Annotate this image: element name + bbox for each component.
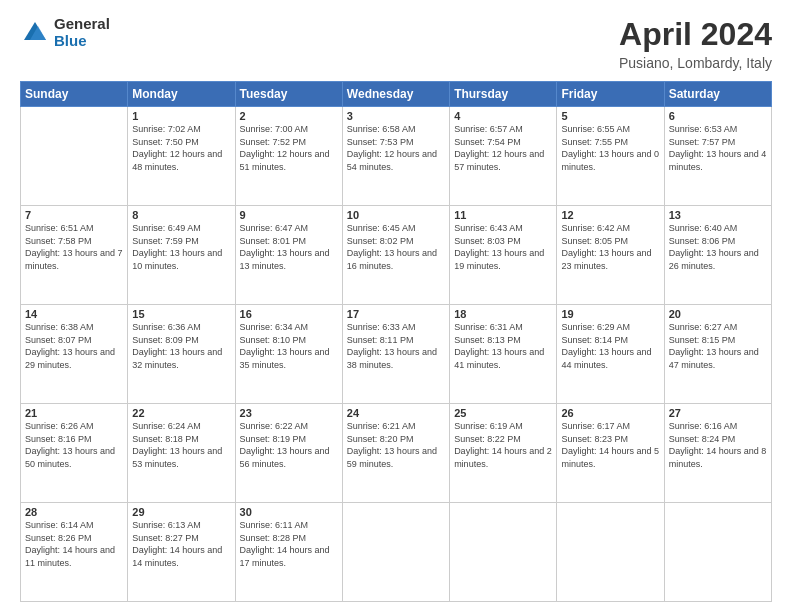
col-wednesday: Wednesday — [342, 82, 449, 107]
day-number: 29 — [132, 506, 230, 518]
table-row: 18 Sunrise: 6:31 AMSunset: 8:13 PMDaylig… — [450, 305, 557, 404]
day-number: 15 — [132, 308, 230, 320]
table-row: 30 Sunrise: 6:11 AMSunset: 8:28 PMDaylig… — [235, 503, 342, 602]
day-number: 21 — [25, 407, 123, 419]
table-row: 28 Sunrise: 6:14 AMSunset: 8:26 PMDaylig… — [21, 503, 128, 602]
day-info: Sunrise: 6:22 AMSunset: 8:19 PMDaylight:… — [240, 420, 338, 470]
day-number: 11 — [454, 209, 552, 221]
day-info: Sunrise: 6:26 AMSunset: 8:16 PMDaylight:… — [25, 420, 123, 470]
day-number: 8 — [132, 209, 230, 221]
table-row: 15 Sunrise: 6:36 AMSunset: 8:09 PMDaylig… — [128, 305, 235, 404]
day-number: 1 — [132, 110, 230, 122]
table-row: 26 Sunrise: 6:17 AMSunset: 8:23 PMDaylig… — [557, 404, 664, 503]
day-info: Sunrise: 6:53 AMSunset: 7:57 PMDaylight:… — [669, 123, 767, 173]
day-info: Sunrise: 6:27 AMSunset: 8:15 PMDaylight:… — [669, 321, 767, 371]
table-row: 5 Sunrise: 6:55 AMSunset: 7:55 PMDayligh… — [557, 107, 664, 206]
day-info: Sunrise: 6:47 AMSunset: 8:01 PMDaylight:… — [240, 222, 338, 272]
logo-general: General — [54, 16, 110, 33]
day-number: 20 — [669, 308, 767, 320]
header: General Blue April 2024 Pusiano, Lombard… — [20, 16, 772, 71]
day-info: Sunrise: 6:55 AMSunset: 7:55 PMDaylight:… — [561, 123, 659, 173]
day-info: Sunrise: 6:16 AMSunset: 8:24 PMDaylight:… — [669, 420, 767, 470]
day-number: 18 — [454, 308, 552, 320]
table-row: 10 Sunrise: 6:45 AMSunset: 8:02 PMDaylig… — [342, 206, 449, 305]
day-number: 30 — [240, 506, 338, 518]
col-friday: Friday — [557, 82, 664, 107]
day-info: Sunrise: 6:58 AMSunset: 7:53 PMDaylight:… — [347, 123, 445, 173]
day-info: Sunrise: 6:21 AMSunset: 8:20 PMDaylight:… — [347, 420, 445, 470]
day-info: Sunrise: 6:31 AMSunset: 8:13 PMDaylight:… — [454, 321, 552, 371]
col-sunday: Sunday — [21, 82, 128, 107]
table-row: 11 Sunrise: 6:43 AMSunset: 8:03 PMDaylig… — [450, 206, 557, 305]
day-number: 22 — [132, 407, 230, 419]
day-info: Sunrise: 6:13 AMSunset: 8:27 PMDaylight:… — [132, 519, 230, 569]
table-row — [21, 107, 128, 206]
table-row: 1 Sunrise: 7:02 AMSunset: 7:50 PMDayligh… — [128, 107, 235, 206]
day-number: 24 — [347, 407, 445, 419]
day-info: Sunrise: 6:43 AMSunset: 8:03 PMDaylight:… — [454, 222, 552, 272]
day-info: Sunrise: 7:02 AMSunset: 7:50 PMDaylight:… — [132, 123, 230, 173]
table-row: 2 Sunrise: 7:00 AMSunset: 7:52 PMDayligh… — [235, 107, 342, 206]
day-number: 14 — [25, 308, 123, 320]
title-block: April 2024 Pusiano, Lombardy, Italy — [619, 16, 772, 71]
day-number: 5 — [561, 110, 659, 122]
day-info: Sunrise: 6:19 AMSunset: 8:22 PMDaylight:… — [454, 420, 552, 470]
table-row: 27 Sunrise: 6:16 AMSunset: 8:24 PMDaylig… — [664, 404, 771, 503]
calendar-week-row: 28 Sunrise: 6:14 AMSunset: 8:26 PMDaylig… — [21, 503, 772, 602]
calendar-week-row: 21 Sunrise: 6:26 AMSunset: 8:16 PMDaylig… — [21, 404, 772, 503]
calendar-week-row: 14 Sunrise: 6:38 AMSunset: 8:07 PMDaylig… — [21, 305, 772, 404]
day-info: Sunrise: 6:51 AMSunset: 7:58 PMDaylight:… — [25, 222, 123, 272]
col-saturday: Saturday — [664, 82, 771, 107]
calendar-week-row: 7 Sunrise: 6:51 AMSunset: 7:58 PMDayligh… — [21, 206, 772, 305]
logo: General Blue — [20, 16, 110, 49]
day-number: 23 — [240, 407, 338, 419]
day-info: Sunrise: 6:24 AMSunset: 8:18 PMDaylight:… — [132, 420, 230, 470]
calendar: Sunday Monday Tuesday Wednesday Thursday… — [20, 81, 772, 602]
table-row: 20 Sunrise: 6:27 AMSunset: 8:15 PMDaylig… — [664, 305, 771, 404]
table-row: 22 Sunrise: 6:24 AMSunset: 8:18 PMDaylig… — [128, 404, 235, 503]
table-row: 14 Sunrise: 6:38 AMSunset: 8:07 PMDaylig… — [21, 305, 128, 404]
day-number: 13 — [669, 209, 767, 221]
calendar-week-row: 1 Sunrise: 7:02 AMSunset: 7:50 PMDayligh… — [21, 107, 772, 206]
day-number: 2 — [240, 110, 338, 122]
main-title: April 2024 — [619, 16, 772, 53]
table-row: 3 Sunrise: 6:58 AMSunset: 7:53 PMDayligh… — [342, 107, 449, 206]
day-info: Sunrise: 6:34 AMSunset: 8:10 PMDaylight:… — [240, 321, 338, 371]
day-number: 7 — [25, 209, 123, 221]
table-row: 19 Sunrise: 6:29 AMSunset: 8:14 PMDaylig… — [557, 305, 664, 404]
table-row: 25 Sunrise: 6:19 AMSunset: 8:22 PMDaylig… — [450, 404, 557, 503]
day-number: 19 — [561, 308, 659, 320]
day-number: 12 — [561, 209, 659, 221]
table-row: 17 Sunrise: 6:33 AMSunset: 8:11 PMDaylig… — [342, 305, 449, 404]
day-number: 25 — [454, 407, 552, 419]
day-info: Sunrise: 6:36 AMSunset: 8:09 PMDaylight:… — [132, 321, 230, 371]
day-number: 26 — [561, 407, 659, 419]
table-row — [342, 503, 449, 602]
day-info: Sunrise: 6:33 AMSunset: 8:11 PMDaylight:… — [347, 321, 445, 371]
day-info: Sunrise: 6:49 AMSunset: 7:59 PMDaylight:… — [132, 222, 230, 272]
calendar-body: 1 Sunrise: 7:02 AMSunset: 7:50 PMDayligh… — [21, 107, 772, 602]
day-info: Sunrise: 6:45 AMSunset: 8:02 PMDaylight:… — [347, 222, 445, 272]
day-number: 10 — [347, 209, 445, 221]
table-row — [450, 503, 557, 602]
col-tuesday: Tuesday — [235, 82, 342, 107]
table-row: 12 Sunrise: 6:42 AMSunset: 8:05 PMDaylig… — [557, 206, 664, 305]
page: General Blue April 2024 Pusiano, Lombard… — [0, 0, 792, 612]
table-row: 29 Sunrise: 6:13 AMSunset: 8:27 PMDaylig… — [128, 503, 235, 602]
day-number: 4 — [454, 110, 552, 122]
day-info: Sunrise: 6:17 AMSunset: 8:23 PMDaylight:… — [561, 420, 659, 470]
day-info: Sunrise: 6:38 AMSunset: 8:07 PMDaylight:… — [25, 321, 123, 371]
table-row: 7 Sunrise: 6:51 AMSunset: 7:58 PMDayligh… — [21, 206, 128, 305]
calendar-header-row: Sunday Monday Tuesday Wednesday Thursday… — [21, 82, 772, 107]
col-monday: Monday — [128, 82, 235, 107]
table-row: 21 Sunrise: 6:26 AMSunset: 8:16 PMDaylig… — [21, 404, 128, 503]
table-row: 6 Sunrise: 6:53 AMSunset: 7:57 PMDayligh… — [664, 107, 771, 206]
day-info: Sunrise: 6:40 AMSunset: 8:06 PMDaylight:… — [669, 222, 767, 272]
logo-blue: Blue — [54, 33, 110, 50]
day-info: Sunrise: 6:42 AMSunset: 8:05 PMDaylight:… — [561, 222, 659, 272]
day-number: 9 — [240, 209, 338, 221]
table-row: 23 Sunrise: 6:22 AMSunset: 8:19 PMDaylig… — [235, 404, 342, 503]
day-info: Sunrise: 6:14 AMSunset: 8:26 PMDaylight:… — [25, 519, 123, 569]
day-number: 16 — [240, 308, 338, 320]
day-info: Sunrise: 6:11 AMSunset: 8:28 PMDaylight:… — [240, 519, 338, 569]
